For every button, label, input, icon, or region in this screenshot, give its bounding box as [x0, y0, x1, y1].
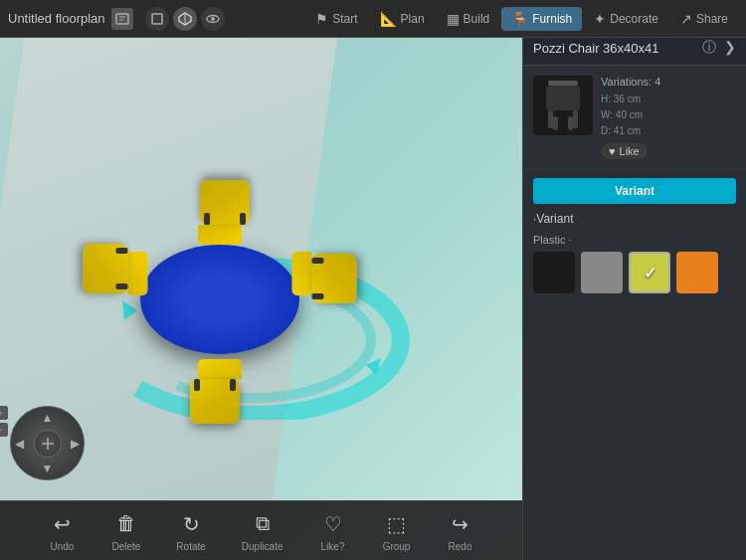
swatch-selected-check: ✓ [644, 264, 656, 282]
bottom-toolbar: ↩ Undo 🗑 Delete ↻ Rotate ⧉ Duplicate ♡ L… [0, 500, 522, 560]
build-icon: ▦ [447, 11, 460, 27]
plan-icon: 📐 [380, 11, 397, 27]
duplicate-button[interactable]: ⧉ Duplicate [234, 506, 291, 556]
svg-rect-21 [568, 116, 573, 130]
share-icon: ↗ [680, 11, 692, 27]
table [140, 245, 299, 354]
svg-rect-20 [553, 116, 558, 130]
zoom-out[interactable]: − [0, 423, 8, 437]
variant-section-label: ·Variant [533, 212, 736, 226]
svg-rect-1 [152, 14, 162, 24]
plastic-label: Plastic · [533, 234, 736, 246]
group-label: Group [383, 541, 411, 552]
heart-icon: ♥ [609, 145, 616, 157]
variant-section: ·Variant Plastic · ✓ [523, 212, 746, 293]
nav-step-plan-label: Plan [401, 12, 425, 26]
panel-header-icons: ⓘ ❯ [702, 39, 736, 57]
variant-tab[interactable]: Variant [533, 178, 736, 204]
nav-step-furnish[interactable]: 🪑 Furnish [501, 7, 582, 31]
delete-label: Delete [111, 541, 140, 552]
start-icon: ⚑ [315, 11, 328, 27]
nav-step-start[interactable]: ⚑ Start [305, 7, 367, 31]
redo-label: Redo [449, 541, 472, 552]
duplicate-icon: ⧉ [249, 510, 277, 538]
undo-label: Undo [51, 541, 75, 552]
like-button[interactable]: ♡ Like? [311, 506, 355, 556]
title-area: Untitled floorplan [0, 8, 141, 30]
view-eye[interactable] [201, 7, 225, 31]
item-variations: Variations: 4 [601, 76, 660, 88]
like-item-label: Like [620, 145, 640, 157]
chair-bottom [190, 359, 250, 424]
view-2d[interactable] [145, 7, 169, 31]
svg-rect-19 [573, 110, 578, 128]
group-icon: ⬚ [383, 510, 411, 538]
svg-rect-17 [546, 86, 580, 110]
chair-top [190, 180, 250, 245]
item-depth: D: 41 cm [601, 123, 660, 139]
nav-step-build[interactable]: ▦ Build [437, 7, 500, 31]
nav-left[interactable]: ◀ [15, 437, 24, 451]
group-button[interactable]: ⬚ Group [375, 506, 419, 556]
top-bar: Untitled floorplan ⚑ Start 📐 Plan ▦ Buil… [0, 0, 746, 38]
nav-step-share-label: Share [696, 12, 728, 26]
right-panel: ✱ ☰ ⚙ ? ⊞ 👤 Pozzi Chair 36x40x41 ⓘ ❯ [522, 0, 746, 560]
like-icon: ♡ [319, 510, 347, 538]
item-height: H: 36 cm [601, 92, 660, 107]
nav-step-decorate-label: Decorate [610, 12, 658, 26]
item-info: Variations: 4 H: 36 cm W: 40 cm D: 41 cm… [601, 76, 660, 159]
nav-step-build-label: Build [464, 12, 490, 26]
info-icon[interactable]: ⓘ [702, 39, 716, 57]
nav-step-plan[interactable]: 📐 Plan [370, 7, 435, 31]
nav-right[interactable]: ▶ [71, 437, 80, 451]
canvas-area[interactable]: ▲ ▼ ◀ ▶ + − ↩ Undo 🗑 Delete ↻ [0, 38, 522, 560]
redo-button[interactable]: ↪ Redo [439, 506, 482, 556]
nav-step-share[interactable]: ↗ Share [670, 7, 738, 31]
swatch-gray[interactable] [581, 252, 623, 293]
zoom-in[interactable]: + [0, 406, 8, 420]
svg-rect-0 [116, 14, 128, 24]
item-width: W: 40 cm [601, 107, 660, 123]
zoom-controls: + − [0, 406, 8, 437]
decorate-icon: ✦ [594, 11, 606, 27]
like-item-button[interactable]: ♥ Like [601, 143, 648, 159]
delete-icon: 🗑 [112, 510, 140, 538]
rotate-button[interactable]: ↻ Rotate [168, 506, 213, 556]
delete-button[interactable]: 🗑 Delete [103, 506, 148, 556]
chair-left [83, 244, 147, 303]
nav-down[interactable]: ▼ [42, 462, 54, 475]
undo-icon: ↩ [48, 510, 76, 538]
swatch-black[interactable] [533, 252, 575, 293]
expand-icon[interactable]: ❯ [724, 39, 736, 57]
like-label: Like? [321, 541, 345, 552]
duplicate-label: Duplicate [242, 541, 283, 552]
chair-right [291, 244, 356, 303]
swatch-yellow-green[interactable]: ✓ [629, 252, 670, 293]
nav-step-decorate[interactable]: ✦ Decorate [584, 7, 668, 31]
rotate-icon: ↻ [177, 510, 205, 538]
title-icon[interactable] [111, 8, 133, 30]
furnish-icon: 🪑 [511, 11, 528, 27]
redo-icon: ↪ [447, 510, 474, 538]
color-swatches: ✓ [533, 252, 736, 293]
item-thumbnail [533, 76, 593, 135]
navigation-wheel[interactable]: ▲ ▼ ◀ ▶ + − [10, 406, 85, 480]
swatch-orange[interactable] [676, 252, 718, 293]
app-title: Untitled floorplan [8, 11, 105, 26]
svg-rect-18 [548, 110, 553, 128]
nav-step-furnish-label: Furnish [532, 12, 572, 26]
rotate-label: Rotate [176, 541, 205, 552]
item-dimensions: H: 36 cm W: 40 cm D: 41 cm [601, 92, 660, 139]
item-preview: Variations: 4 H: 36 cm W: 40 cm D: 41 cm… [523, 66, 746, 170]
furniture-group[interactable] [81, 170, 359, 429]
workflow-nav: ⚑ Start 📐 Plan ▦ Build 🪑 Furnish ✦ Decor… [305, 7, 746, 31]
svg-point-5 [211, 17, 215, 21]
nav-up[interactable]: ▲ [42, 411, 54, 425]
nav-step-start-label: Start [332, 12, 357, 26]
view-mode-icons [145, 7, 225, 31]
nav-center[interactable] [34, 430, 62, 458]
svg-rect-16 [548, 81, 578, 86]
view-3d[interactable] [173, 7, 197, 31]
undo-button[interactable]: ↩ Undo [40, 506, 84, 556]
panel-item-title: Pozzi Chair 36x40x41 [533, 41, 696, 56]
